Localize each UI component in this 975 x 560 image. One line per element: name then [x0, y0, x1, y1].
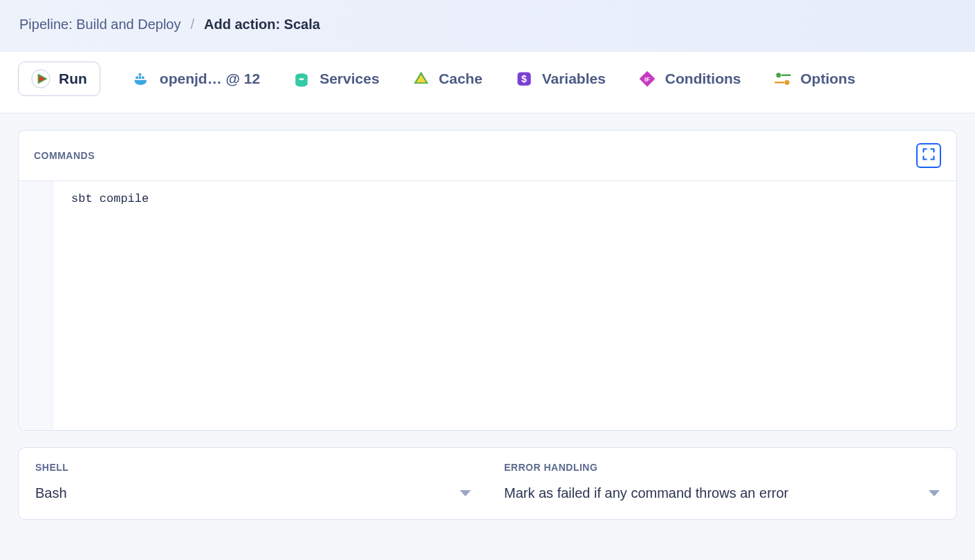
svg-rect-5 [142, 77, 145, 80]
svg-rect-6 [138, 73, 141, 76]
docker-icon [132, 69, 151, 88]
svg-point-16 [784, 80, 789, 85]
shell-select[interactable]: Bash [35, 485, 471, 501]
tab-cache[interactable]: Cache [411, 69, 483, 88]
commands-editor[interactable]: sbt compile [19, 181, 956, 430]
error-handling-label: ERROR HANDLING [504, 462, 940, 473]
chevron-down-icon [460, 490, 471, 496]
action-tabs: Run openjd… @ 12 Services Cache $ Variab… [0, 52, 975, 113]
tab-variables-label: Variables [542, 71, 606, 87]
shell-label: SHELL [35, 462, 471, 473]
expand-editor-button[interactable] [916, 143, 941, 168]
breadcrumb: Pipeline: Build and Deploy / Add action:… [0, 0, 975, 52]
tab-conditions[interactable]: IF Conditions [638, 69, 741, 88]
variables-icon: $ [514, 69, 534, 88]
svg-rect-3 [136, 77, 138, 80]
tab-variables[interactable]: $ Variables [514, 69, 606, 88]
tab-docker[interactable]: openjd… @ 12 [132, 69, 260, 88]
play-icon [31, 69, 50, 88]
svg-rect-7 [299, 78, 304, 80]
svg-text:$: $ [521, 73, 527, 84]
error-handling-field: ERROR HANDLING Mark as failed if any com… [488, 448, 956, 519]
services-icon [292, 69, 311, 88]
breadcrumb-separator: / [191, 17, 195, 32]
editor-gutter [19, 181, 53, 430]
svg-rect-4 [138, 77, 141, 80]
svg-text:IF: IF [644, 76, 650, 83]
commands-label: COMMANDS [34, 150, 95, 161]
conditions-icon: IF [638, 69, 657, 88]
tab-services-label: Services [319, 71, 379, 87]
breadcrumb-current: Add action: Scala [204, 17, 320, 32]
tab-services[interactable]: Services [292, 69, 379, 88]
chevron-down-icon [929, 490, 940, 496]
breadcrumb-parent[interactable]: Pipeline: Build and Deploy [19, 17, 181, 32]
error-handling-select[interactable]: Mark as failed if any command throws an … [504, 485, 940, 501]
tab-run[interactable]: Run [18, 62, 100, 96]
commands-code: sbt compile [53, 181, 167, 430]
tab-docker-label: openjd… @ 12 [160, 71, 260, 87]
shell-field: SHELL Bash [19, 448, 488, 519]
settings-card: SHELL Bash ERROR HANDLING Mark as failed… [18, 447, 957, 520]
tab-cache-label: Cache [439, 71, 483, 87]
tab-conditions-label: Conditions [665, 71, 741, 87]
shell-value: Bash [35, 485, 67, 501]
commands-card: COMMANDS sbt compile [18, 130, 957, 431]
options-icon [773, 69, 792, 88]
svg-point-14 [776, 73, 781, 77]
tab-options[interactable]: Options [773, 69, 855, 88]
tab-options-label: Options [801, 71, 855, 87]
tab-run-label: Run [59, 71, 87, 87]
cache-icon [411, 69, 431, 88]
error-handling-value: Mark as failed if any command throws an … [504, 485, 788, 501]
expand-icon [922, 147, 936, 164]
